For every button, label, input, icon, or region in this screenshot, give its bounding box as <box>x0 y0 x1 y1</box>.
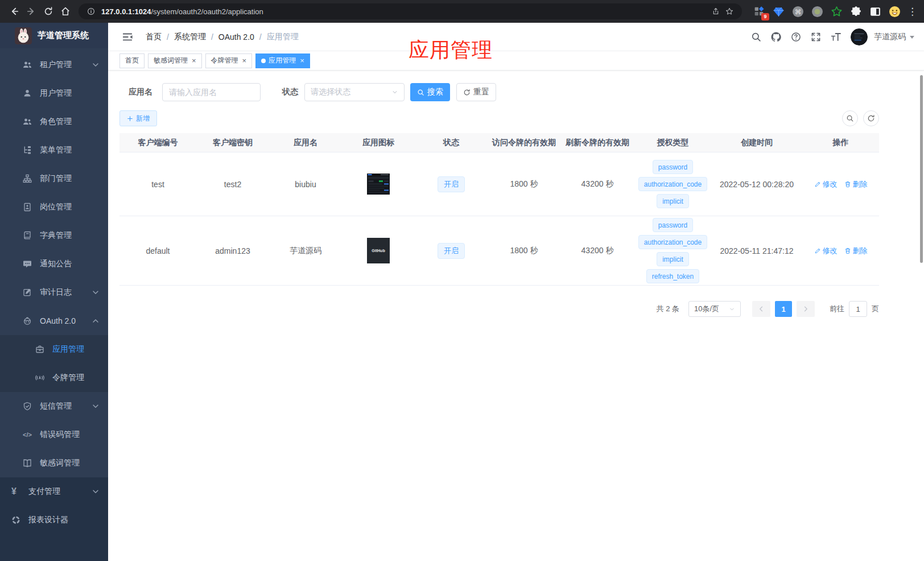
prev-page-button[interactable] <box>752 301 770 317</box>
share-icon[interactable] <box>709 5 723 18</box>
sidebar-item-6[interactable]: 字典管理 <box>0 221 108 250</box>
apps-grid-extension-icon[interactable]: 9 <box>752 5 766 19</box>
close-icon[interactable]: × <box>192 57 196 64</box>
next-page-button[interactable] <box>797 301 815 317</box>
sidebar-item-12[interactable]: 短信管理 <box>0 392 108 420</box>
sidebar-item-2[interactable]: 角色管理 <box>0 108 108 136</box>
sidebar-item-7[interactable]: 通知公告 <box>0 250 108 278</box>
username-label[interactable]: 芋道源码 <box>874 32 906 42</box>
puzzle-extension-icon[interactable] <box>849 5 863 19</box>
sidebar-item-13[interactable]: </>错误码管理 <box>0 420 108 449</box>
header-search-icon[interactable] <box>746 27 765 46</box>
sidebar-item-16[interactable]: 报表设计器 <box>0 506 108 534</box>
grant-type-tag: authorization_code <box>638 235 707 249</box>
tab-3[interactable]: 应用管理× <box>255 53 310 68</box>
sidebar-item-11[interactable]: 令牌管理 <box>0 364 108 392</box>
site-info-icon[interactable] <box>84 5 98 18</box>
column-header: 应用图标 <box>342 138 415 148</box>
column-header: 客户端编号 <box>119 138 196 148</box>
menu-signal-icon <box>35 373 44 382</box>
sidebar-item-8[interactable]: 审计日志 <box>0 278 108 307</box>
fullscreen-icon[interactable] <box>806 27 825 46</box>
main-area: 首页/系统管理/OAuth 2.0/应用管理 芋道源码 首页敏感词管理×令牌管理… <box>108 23 924 561</box>
sidebar-item-1[interactable]: 用户管理 <box>0 79 108 108</box>
delete-link[interactable]: 删除 <box>844 246 868 256</box>
show-search-toggle-icon[interactable] <box>842 110 858 126</box>
app-icon-image <box>367 174 390 195</box>
sidebar-item-4[interactable]: 部门管理 <box>0 164 108 193</box>
gem-extension-icon[interactable] <box>772 5 786 19</box>
edit-link[interactable]: 修改 <box>814 179 838 189</box>
breadcrumb-item[interactable]: 系统管理 <box>174 32 206 42</box>
browser-reload-icon[interactable] <box>40 3 57 20</box>
menu-report-icon <box>11 515 20 525</box>
reset-button-label: 重置 <box>473 87 489 97</box>
help-icon[interactable] <box>786 27 805 46</box>
close-icon[interactable]: × <box>300 57 304 64</box>
sidebar-item-3[interactable]: 菜单管理 <box>0 136 108 164</box>
goto-prefix-label: 前往 <box>830 304 844 314</box>
green-star-extension-icon[interactable] <box>830 5 844 19</box>
sidebar-item-0[interactable]: 租户管理 <box>0 51 108 79</box>
sidebar-item-5[interactable]: 岗位管理 <box>0 193 108 221</box>
total-count-label: 共 2 条 <box>657 304 679 314</box>
delete-link[interactable]: 删除 <box>844 179 868 189</box>
sidebar-item-15[interactable]: ¥支付管理 <box>0 477 108 506</box>
trash-icon <box>844 248 851 254</box>
status-select-placeholder: 请选择状态 <box>311 87 350 97</box>
page-number-1[interactable]: 1 <box>775 301 792 317</box>
address-bar[interactable]: 127.0.0.1:1024/system/oauth2/oauth2/appl… <box>79 3 742 19</box>
user-menu-caret-icon[interactable] <box>909 34 915 40</box>
browser-menu-icon[interactable]: ⋮ <box>906 6 918 18</box>
tab-1[interactable]: 敏感词管理× <box>148 53 202 68</box>
user-avatar[interactable] <box>851 28 868 46</box>
column-header: 授权类型 <box>634 138 711 148</box>
breadcrumb-item[interactable]: 首页 <box>146 32 162 42</box>
tags-view-bar: 首页敏感词管理×令牌管理×应用管理× <box>108 51 924 71</box>
reset-button[interactable]: 重置 <box>456 83 496 101</box>
goto-page-input[interactable] <box>849 301 867 317</box>
breadcrumb-item[interactable]: OAuth 2.0 <box>218 32 254 42</box>
status-select[interactable]: 请选择状态 <box>304 83 405 101</box>
breadcrumb-separator: / <box>167 32 169 42</box>
status-tag: 开启 <box>438 243 465 259</box>
browser-forward-icon[interactable] <box>23 3 40 20</box>
tab-label: 令牌管理 <box>211 56 238 65</box>
status-cell: 开启 <box>415 176 488 192</box>
app-logo-bar[interactable]: 芋道管理系统 <box>0 23 108 48</box>
close-icon[interactable]: × <box>242 57 247 64</box>
menu-audit-icon <box>23 288 32 297</box>
sidebar: 芋道管理系统 租户管理用户管理角色管理菜单管理部门管理岗位管理字典管理通知公告审… <box>0 23 108 561</box>
app-name-input[interactable] <box>162 83 261 101</box>
command-extension-icon[interactable]: ⌘ <box>791 5 805 19</box>
edit-link[interactable]: 修改 <box>814 246 838 256</box>
tab-0[interactable]: 首页 <box>119 53 145 68</box>
sidebar-item-14[interactable]: 敏感词管理 <box>0 449 108 477</box>
applications-table: 客户端编号客户端密钥应用名应用图标状态访问令牌的有效期刷新令牌的有效期授权类型创… <box>119 133 879 286</box>
browser-home-icon[interactable] <box>57 3 74 20</box>
bookmark-star-icon[interactable] <box>723 5 736 18</box>
column-header: 刷新令牌的有效期 <box>560 138 634 148</box>
page-content: 应用名 状态 请选择状态 搜索 重置 <box>108 71 924 561</box>
add-button[interactable]: 新增 <box>119 110 157 126</box>
menu-yen-icon: ¥ <box>11 487 20 496</box>
browser-back-icon[interactable] <box>6 3 23 20</box>
font-size-icon[interactable] <box>826 27 845 46</box>
split-view-extension-icon[interactable] <box>868 5 882 19</box>
refresh-table-icon[interactable] <box>863 110 879 126</box>
sidebar-item-9[interactable]: OAuth 2.0 <box>0 307 108 335</box>
created-time-cell: 2022-05-12 00:28:20 <box>711 180 802 189</box>
refresh-ttl-cell: 43200 秒 <box>560 179 634 189</box>
extension-icons: 9⌘ <box>752 5 902 19</box>
page-size-select[interactable]: 10条/页 <box>688 301 741 317</box>
tab-2[interactable]: 令牌管理× <box>205 53 253 68</box>
search-button[interactable]: 搜索 <box>410 83 450 101</box>
emoji-extension-icon[interactable] <box>888 5 902 19</box>
record-extension-icon[interactable] <box>810 5 824 19</box>
actions-cell: 修改删除 <box>802 179 879 189</box>
sidebar-item-10[interactable]: 应用管理 <box>0 335 108 364</box>
table-body: testtest2biubiu开启1800 秒43200 秒passwordau… <box>119 152 879 286</box>
github-icon[interactable] <box>766 27 785 46</box>
scrollbar-thumb[interactable] <box>920 75 923 263</box>
sidebar-collapse-icon[interactable] <box>117 27 138 47</box>
